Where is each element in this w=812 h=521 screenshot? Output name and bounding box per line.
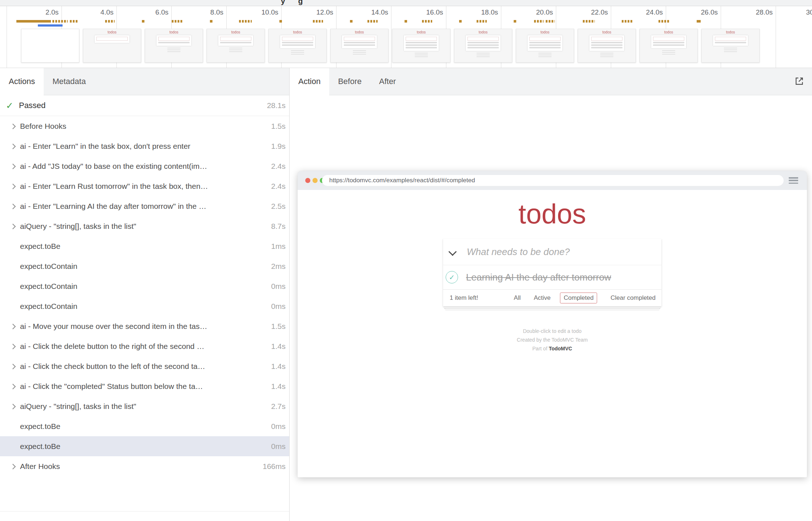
chevron-right-icon[interactable] bbox=[9, 362, 17, 370]
action-row[interactable]: expect.toContain0ms bbox=[0, 276, 289, 296]
film-strip-thumbnail[interactable]: todos bbox=[392, 29, 450, 63]
action-marker bbox=[73, 20, 75, 23]
action-row[interactable]: ai - Click the "completed" Status button… bbox=[0, 376, 289, 396]
chevron-spacer bbox=[9, 302, 17, 310]
thumbnail-mini-card bbox=[651, 35, 686, 48]
film-strip-thumbnail[interactable]: todos bbox=[83, 29, 141, 63]
action-duration: 2ms bbox=[271, 262, 289, 271]
chevron-right-icon[interactable] bbox=[9, 202, 17, 210]
thumbnail-mini-input bbox=[158, 37, 190, 41]
film-strip-thumbnail[interactable]: todos bbox=[640, 29, 698, 63]
action-row[interactable]: After Hooks166ms bbox=[0, 456, 289, 476]
todo-check-circle[interactable]: ✓ bbox=[446, 271, 458, 283]
film-strip-thumbnail[interactable] bbox=[21, 29, 79, 63]
film-strip-thumbnail[interactable]: todos bbox=[701, 29, 760, 63]
chevron-right-icon[interactable] bbox=[9, 462, 17, 470]
thumbnail-mini-footer-line bbox=[662, 54, 676, 55]
chevron-right-icon[interactable] bbox=[9, 382, 17, 390]
tab-metadata[interactable]: Metadata bbox=[44, 68, 95, 95]
action-row[interactable]: expect.toBe1ms bbox=[0, 236, 289, 256]
todo-text[interactable]: Learning AI the day after tomorrow bbox=[466, 272, 611, 283]
open-snapshot-external-button[interactable] bbox=[792, 74, 806, 89]
action-label: aiQuery - "string[], tasks in the list" bbox=[20, 222, 271, 231]
chevron-right-icon[interactable] bbox=[9, 182, 17, 190]
timeline-tick: 18.0s bbox=[443, 8, 498, 16]
thumbnail-mini-footer-line bbox=[291, 52, 304, 53]
thumbnail-mini-card bbox=[342, 35, 377, 48]
new-todo-input[interactable]: What needs to be done? bbox=[467, 246, 570, 258]
action-row[interactable]: ai - Enter "Learn" in the task box, don'… bbox=[0, 136, 289, 156]
action-duration: 0ms bbox=[271, 302, 289, 311]
thumbnail-mini-line bbox=[653, 44, 684, 46]
chevron-right-icon[interactable] bbox=[9, 342, 17, 350]
chevron-right-icon[interactable] bbox=[9, 402, 17, 410]
action-marker bbox=[76, 20, 77, 23]
timeline[interactable]: 2.0s4.0s6.0s8.0s10.0s12.0s14.0s16.0s18.0… bbox=[0, 6, 812, 68]
tab-action[interactable]: Action bbox=[290, 68, 329, 95]
filter-completed[interactable]: Completed bbox=[560, 293, 597, 303]
film-strip-thumbnail[interactable]: todos bbox=[578, 29, 636, 63]
action-row[interactable]: expect.toBe0ms bbox=[0, 416, 289, 436]
action-label: expect.toContain bbox=[20, 282, 271, 291]
film-strip-thumbnail[interactable]: todos bbox=[330, 29, 389, 63]
timeline-tick: 26.0s bbox=[663, 8, 718, 16]
thumbnail-mini-footer-line bbox=[724, 49, 737, 50]
thumbnail-mini-footer-line bbox=[167, 49, 181, 50]
chevron-right-icon[interactable] bbox=[9, 222, 17, 230]
action-marker bbox=[350, 20, 353, 23]
thumbnail-mini-footer bbox=[660, 50, 677, 55]
action-row[interactable]: expect.toContain2ms bbox=[0, 256, 289, 276]
action-row[interactable]: ai - Click the delete button to the righ… bbox=[0, 336, 289, 356]
film-strip-thumbnail[interactable]: todos bbox=[268, 29, 327, 63]
chevron-down-icon[interactable] bbox=[448, 248, 458, 255]
film-strip-thumbnail[interactable]: todos bbox=[516, 29, 574, 63]
timeline-tick: 14.0s bbox=[334, 8, 388, 16]
film-strip-thumbnail[interactable]: todos bbox=[207, 29, 265, 63]
action-row[interactable]: aiQuery - "string[], tasks in the list"2… bbox=[0, 396, 289, 416]
timeline-tick: 24.0s bbox=[608, 8, 663, 16]
thumbnail-mini-footer-line bbox=[353, 52, 366, 53]
url-text: https://todomvc.com/examples/react/dist/… bbox=[329, 177, 475, 184]
filter-all[interactable]: All bbox=[510, 293, 524, 303]
tab-before[interactable]: Before bbox=[329, 68, 370, 95]
chevron-right-icon[interactable] bbox=[9, 122, 17, 130]
tab-after[interactable]: After bbox=[370, 68, 405, 95]
action-row[interactable]: expect.toContain0ms bbox=[0, 296, 289, 316]
chevron-right-icon[interactable] bbox=[9, 162, 17, 170]
thumbnail-mini-footer bbox=[722, 48, 739, 52]
thumbnail-todos-title: todos bbox=[454, 31, 512, 34]
action-marker bbox=[172, 20, 182, 23]
action-row[interactable]: aiQuery - "string[], tasks in the list"8… bbox=[0, 216, 289, 236]
thumbnail-mini-line bbox=[344, 44, 375, 46]
chevron-spacer bbox=[9, 282, 17, 290]
chevron-spacer bbox=[9, 262, 17, 270]
action-duration: 0ms bbox=[271, 442, 289, 451]
filter-active[interactable]: Active bbox=[530, 293, 554, 303]
clear-completed-button[interactable]: Clear completed bbox=[610, 294, 656, 302]
chevron-right-icon[interactable] bbox=[9, 322, 17, 330]
thumbnail-mini-line bbox=[344, 42, 375, 43]
film-strip-thumbnail[interactable]: todos bbox=[145, 29, 203, 63]
film-strip-thumbnail[interactable]: todos bbox=[454, 29, 512, 63]
action-row[interactable]: expect.toBe0ms bbox=[0, 436, 289, 456]
url-bar[interactable]: https://todomvc.com/examples/react/dist/… bbox=[322, 175, 784, 186]
action-row[interactable]: ai - Click the check button to the left … bbox=[0, 356, 289, 376]
action-duration: 1.4s bbox=[271, 362, 289, 371]
thumbnail-mini-footer-line bbox=[724, 51, 737, 52]
timeline-tick: 8.0s bbox=[169, 8, 223, 16]
action-row[interactable]: Before Hooks1.5s bbox=[0, 116, 289, 136]
menu-icon[interactable] bbox=[789, 177, 798, 184]
action-label: ai - Enter "Learning AI the day after to… bbox=[20, 202, 271, 211]
chevron-right-icon[interactable] bbox=[9, 142, 17, 150]
thumbnail-mini-footer bbox=[227, 48, 244, 52]
timeline-tick: 10.0s bbox=[224, 8, 278, 16]
action-duration: 0ms bbox=[271, 282, 289, 291]
action-row[interactable]: ai - Enter "Learning AI the day after to… bbox=[0, 196, 289, 216]
action-row[interactable]: ai - Move your mouse over the second ite… bbox=[0, 316, 289, 336]
thumbnail-mini-line bbox=[282, 44, 313, 46]
thumbnail-todos-title: todos bbox=[578, 31, 636, 34]
tab-actions[interactable]: Actions bbox=[0, 68, 44, 95]
action-row[interactable]: ai - Enter "Learn Rust tomorrow" in the … bbox=[0, 176, 289, 196]
action-row[interactable]: ai - Add "JS today" to base on the exist… bbox=[0, 156, 289, 176]
browser-window: https://todomvc.com/examples/react/dist/… bbox=[298, 171, 807, 477]
